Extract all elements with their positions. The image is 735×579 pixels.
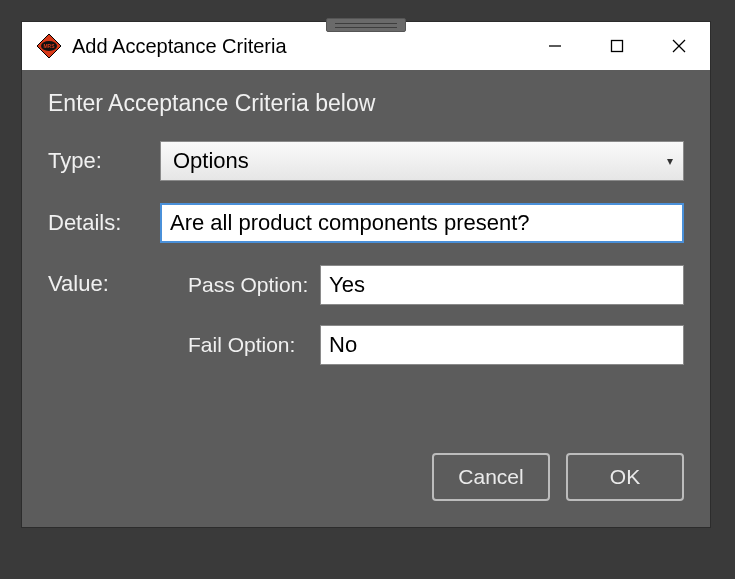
dialog-window: MRS Add Acceptance Criteria Enter Accept… (22, 22, 710, 527)
type-dropdown-value: Options (173, 148, 249, 174)
window-title: Add Acceptance Criteria (72, 35, 287, 58)
mrs-diamond-icon: MRS (36, 33, 62, 59)
value-label: Value: (48, 265, 160, 385)
fail-row: Fail Option: (160, 325, 684, 365)
type-row: Type: Options ▾ (48, 141, 684, 181)
chevron-down-icon: ▾ (667, 154, 673, 168)
value-block: Value: Pass Option: Fail Option: (48, 265, 684, 385)
svg-rect-4 (612, 41, 623, 52)
type-label: Type: (48, 148, 160, 174)
form-heading: Enter Acceptance Criteria below (48, 90, 684, 117)
pass-row: Pass Option: (160, 265, 684, 305)
details-label: Details: (48, 210, 160, 236)
pass-option-input[interactable] (320, 265, 684, 305)
dialog-content: Enter Acceptance Criteria below Type: Op… (22, 70, 710, 385)
ok-button[interactable]: OK (566, 453, 684, 501)
dialog-buttons: Cancel OK (432, 453, 684, 501)
type-dropdown[interactable]: Options ▾ (160, 141, 684, 181)
maximize-button[interactable] (586, 22, 648, 70)
details-row: Details: (48, 203, 684, 243)
pass-label: Pass Option: (160, 273, 320, 297)
close-button[interactable] (648, 22, 710, 70)
cancel-button[interactable]: Cancel (432, 453, 550, 501)
fail-option-input[interactable] (320, 325, 684, 365)
window-controls (524, 22, 710, 70)
svg-text:MRS: MRS (43, 43, 55, 49)
titlebar[interactable]: MRS Add Acceptance Criteria (22, 22, 710, 70)
fail-label: Fail Option: (160, 333, 320, 357)
details-input[interactable] (160, 203, 684, 243)
titlebar-grip[interactable] (326, 18, 406, 32)
minimize-button[interactable] (524, 22, 586, 70)
